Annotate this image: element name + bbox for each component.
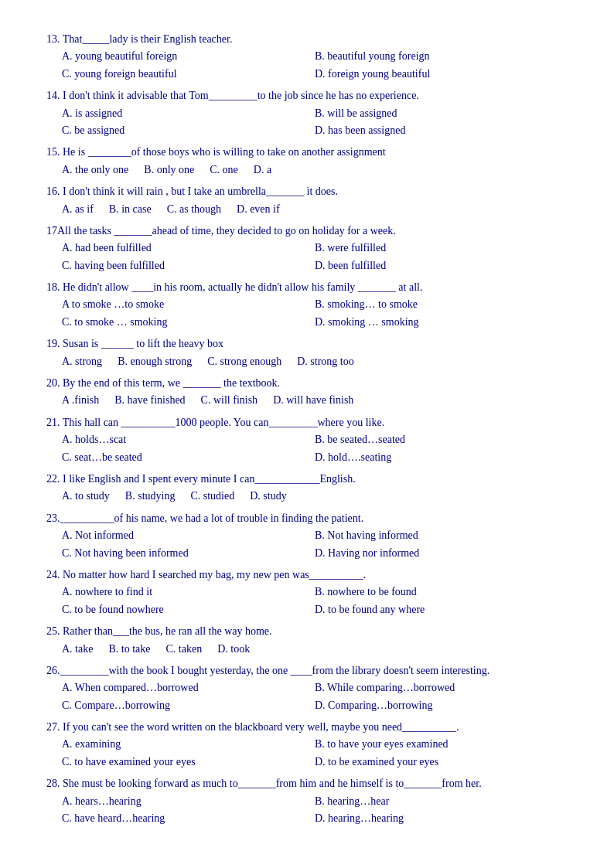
option-19-2: C. strong enough [207, 356, 281, 367]
option-16-0: A. as if [62, 203, 94, 215]
option-24-0: A. nowhere to find it [62, 584, 315, 601]
option-17-0: A. had been fulfilled [62, 240, 315, 257]
options-row-27: A. examiningB. to have your eyes examine… [62, 736, 568, 771]
option-16-2: C. as though [167, 203, 221, 215]
option-15-2: C. one [210, 164, 238, 175]
option-18-0: A to smoke …to smoke [62, 296, 315, 313]
option-25-1: B. to take [108, 643, 150, 655]
question-28: 28. She must be looking forward as much … [46, 775, 568, 827]
option-28-0: A. hears…hearing [62, 793, 315, 810]
question-text-28: 28. She must be looking forward as much … [46, 775, 568, 792]
option-26-2: C. Compare…borrowing [62, 697, 315, 714]
option-21-2: C. seat…be seated [62, 449, 315, 466]
option-20-0: A .finish [62, 394, 99, 406]
option-13-2: C. young foreign beautiful [62, 66, 315, 83]
option-21-3: D. hold….seating [315, 449, 568, 466]
question-text-21: 21. This hall can __________1000 people.… [46, 414, 568, 431]
question-text-25: 25. Rather than___the bus, he ran all th… [46, 623, 568, 640]
option-19-0: A. strong [62, 356, 102, 367]
option-18-2: C. to smoke … smoking [62, 314, 315, 331]
option-26-0: A. When compared…borrowed [62, 679, 315, 696]
option-26-1: B. While comparing…borrowed [315, 679, 568, 696]
options-row-20: A .finishB. have finishedC. will finishD… [62, 392, 568, 409]
option-15-3: D. a [254, 164, 271, 175]
option-27-3: D. to be examined your eyes [315, 754, 568, 771]
question-26: 26._________with the book I bought yeste… [46, 662, 568, 714]
question-17: 17All the tasks _______ahead of time, th… [46, 223, 568, 274]
option-14-2: C. be assigned [62, 122, 315, 139]
question-24: 24. No matter how hard I searched my bag… [46, 567, 568, 618]
question-23: 23.__________of his name, we had a lot o… [46, 510, 568, 562]
question-15: 15. He is ________of those boys who is w… [46, 144, 568, 179]
options-row-23: A. Not informedB. Not having informedC. … [62, 527, 568, 562]
question-text-26: 26._________with the book I bought yeste… [46, 662, 568, 679]
option-20-2: C. will finish [201, 394, 258, 406]
question-text-27: 27. If you can't see the word written on… [46, 719, 568, 736]
option-16-3: D. even if [237, 203, 280, 215]
question-25: 25. Rather than___the bus, he ran all th… [46, 623, 568, 658]
option-28-2: C. have heard…hearing [62, 810, 315, 827]
question-14: 14. I don't think it advisable that Tom_… [46, 87, 568, 139]
option-15-0: A. the only one [62, 164, 128, 175]
question-text-20: 20. By the end of this term, we _______ … [46, 375, 568, 392]
question-22: 22. I like English and I spent every min… [46, 471, 568, 505]
option-17-1: B. were fulfilled [315, 240, 568, 257]
option-25-0: A. take [62, 643, 93, 655]
question-18: 18. He didn't allow ____in his room, act… [46, 279, 568, 331]
option-13-1: B. beautiful young foreign [315, 48, 568, 65]
option-16-1: B. in case [109, 203, 152, 215]
option-14-1: B. will be assigned [315, 105, 568, 122]
options-row-28: A. hears…hearingB. hearing…hearC. have h… [62, 793, 568, 828]
options-row-18: A to smoke …to smokeB. smoking… to smoke… [62, 296, 568, 331]
question-20: 20. By the end of this term, we _______ … [46, 375, 568, 410]
option-19-1: B. enough strong [118, 356, 192, 367]
option-20-3: D. will have finish [273, 394, 353, 406]
option-21-1: B. be seated…seated [315, 431, 568, 448]
option-21-0: A. holds…scat [62, 431, 315, 448]
question-text-24: 24. No matter how hard I searched my bag… [46, 567, 568, 584]
option-22-2: C. studied [190, 490, 234, 502]
options-row-13: A. young beautiful foreignB. beautiful y… [62, 48, 568, 83]
option-23-0: A. Not informed [62, 527, 315, 544]
option-23-2: C. Not having been informed [62, 545, 315, 562]
option-19-3: D. strong too [297, 356, 354, 367]
question-text-13: 13. That_____lady is their English teach… [46, 31, 568, 48]
option-27-1: B. to have your eyes examined [315, 736, 568, 753]
question-21: 21. This hall can __________1000 people.… [46, 414, 568, 466]
option-25-3: D. took [217, 643, 250, 655]
options-row-17: A. had been fulfilledB. were fulfilledC.… [62, 240, 568, 274]
question-text-17: 17All the tasks _______ahead of time, th… [46, 223, 568, 240]
option-17-2: C. having been fulfilled [62, 257, 315, 274]
question-13: 13. That_____lady is their English teach… [46, 31, 568, 83]
question-text-19: 19. Susan is ______ to lift the heavy bo… [46, 335, 568, 352]
option-22-0: A. to study [62, 490, 110, 502]
question-text-16: 16. I don't think it will rain , but I t… [46, 183, 568, 200]
question-text-15: 15. He is ________of those boys who is w… [46, 144, 568, 161]
options-row-14: A. is assignedB. will be assignedC. be a… [62, 105, 568, 140]
options-row-19: A. strongB. enough strongC. strong enoug… [62, 353, 568, 370]
options-row-22: A. to studyB. studyingC. studiedD. study [62, 488, 568, 505]
options-row-26: A. When compared…borrowedB. While compar… [62, 679, 568, 714]
option-23-3: D. Having nor informed [315, 545, 568, 562]
option-25-2: C. taken [165, 643, 202, 655]
question-text-23: 23.__________of his name, we had a lot o… [46, 510, 568, 527]
options-row-21: A. holds…scatB. be seated…seatedC. seat…… [62, 431, 568, 466]
option-24-3: D. to be found any where [315, 601, 568, 618]
question-27: 27. If you can't see the word written on… [46, 719, 568, 771]
option-28-3: D. hearing…hearing [315, 810, 568, 827]
option-18-1: B. smoking… to smoke [315, 296, 568, 313]
option-23-1: B. Not having informed [315, 527, 568, 544]
option-26-3: D. Comparing…borrowing [315, 697, 568, 714]
option-17-3: D. been fulfilled [315, 257, 568, 274]
options-row-25: A. takeB. to takeC. takenD. took [62, 641, 568, 658]
question-19: 19. Susan is ______ to lift the heavy bo… [46, 335, 568, 370]
question-list: 13. That_____lady is their English teach… [46, 31, 568, 827]
option-22-3: D. study [250, 490, 286, 502]
option-22-1: B. studying [125, 490, 176, 502]
option-14-0: A. is assigned [62, 105, 315, 122]
option-13-3: D. foreign young beautiful [315, 66, 568, 83]
options-row-24: A. nowhere to find itB. nowhere to be fo… [62, 584, 568, 618]
question-text-18: 18. He didn't allow ____in his room, act… [46, 279, 568, 296]
question-16: 16. I don't think it will rain , but I t… [46, 183, 568, 218]
option-27-2: C. to have examined your eyes [62, 754, 315, 771]
